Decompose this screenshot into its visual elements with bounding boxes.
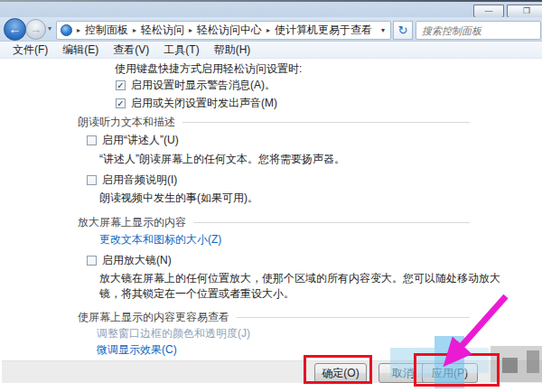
keyboard-shortcut-intro-label: 使用键盘快捷方式启用轻松访问设置时: <box>115 61 302 77</box>
search-box[interactable] <box>416 21 541 40</box>
watermark-block <box>502 358 518 373</box>
section-magnify-screen: 放大屏幕上显示的内容 <box>78 215 470 230</box>
breadcrumb-current-page[interactable]: 使计算机更易于查看 <box>272 23 375 38</box>
section-hear-text-read-aloud: 朗读听力文本和描述 <box>78 115 470 130</box>
section-divider <box>193 222 470 223</box>
checkbox-warning-message[interactable]: ✓ 启用设置时显示警告消息(A)。 <box>116 78 276 93</box>
menu-view[interactable]: 查看(V) <box>106 42 156 59</box>
search-input[interactable] <box>416 22 540 39</box>
checkbox-unchecked-icon <box>87 175 97 185</box>
section-title: 朗读听力文本和描述 <box>78 115 175 130</box>
section-make-things-easier-to-see: 使屏幕上显示的内容更容易查看 <box>78 310 470 325</box>
section-title: 使屏幕上显示的内容更容易查看 <box>78 310 229 325</box>
checkbox-label: 启用放大镜(N) <box>102 253 172 268</box>
minimize-button[interactable]: — <box>473 5 504 18</box>
checkbox-unchecked-icon <box>87 256 97 266</box>
checkbox-turn-on-audio-description[interactable]: 启用音频说明(I) <box>87 173 177 188</box>
change-text-icon-size-link[interactable]: 更改文本和图标的大小(Z) <box>99 232 221 247</box>
back-button[interactable]: ← <box>4 18 26 41</box>
section-divider <box>237 317 470 318</box>
maximize-button[interactable]: ❐ <box>507 5 542 18</box>
menu-bar: 文件(F) 编辑(E) 查看(V) 工具(T) 帮助(H) <box>0 42 542 59</box>
menu-tools[interactable]: 工具(T) <box>156 42 206 59</box>
annotation-highlight-ok <box>304 355 372 384</box>
menu-file[interactable]: 文件(F) <box>5 42 55 59</box>
breadcrumb-ease-of-access-center[interactable]: 轻松访问中心 <box>194 23 265 38</box>
menu-help[interactable]: 帮助(H) <box>207 42 258 59</box>
narrator-description: “讲述人”朗读屏幕上的任何文本。您将需要扬声器。 <box>99 152 345 167</box>
refresh-button[interactable]: ↻ <box>393 21 413 40</box>
checkbox-label: 启用设置时显示警告消息(A)。 <box>131 78 276 93</box>
breadcrumb-separator-icon: ▸ <box>187 26 194 34</box>
checkbox-checked-icon: ✓ <box>116 80 126 90</box>
watermark-block <box>527 350 539 373</box>
address-dropdown-icon[interactable]: ▾ <box>375 26 391 34</box>
section-title: 放大屏幕上显示的内容 <box>78 215 186 230</box>
forward-button[interactable]: → <box>25 19 46 40</box>
section-divider <box>182 122 470 123</box>
title-bar[interactable]: — ❐ <box>0 2 542 17</box>
checkbox-unchecked-icon <box>87 135 97 145</box>
breadcrumb-separator-icon: ▸ <box>75 26 82 34</box>
menu-edit[interactable]: 编辑(E) <box>55 42 106 59</box>
adjust-window-border-link[interactable]: 调整窗口边框的颜色和透明度(J) <box>97 326 250 341</box>
fine-tune-display-effects-link[interactable]: 微调显示效果(C) <box>97 342 177 358</box>
ease-of-access-icon <box>61 24 72 36</box>
address-bar[interactable]: ▸ 控制面板 ▸ 轻松访问 ▸ 轻松访问中心 ▸ 使计算机更易于查看 ▾ <box>56 21 391 40</box>
breadcrumb-control-panel[interactable]: 控制面板 <box>82 23 131 38</box>
checkbox-label: 启用音频说明(I) <box>102 173 177 188</box>
annotation-arrow <box>0 0 542 392</box>
breadcrumb-ease-of-access[interactable]: 轻松访问 <box>138 23 187 38</box>
checkbox-sound-on-toggle[interactable]: ✓ 启用或关闭设置时发出声音(M) <box>116 96 277 111</box>
breadcrumb-separator-icon: ▸ <box>265 26 272 34</box>
checkbox-label: 启用或关闭设置时发出声音(M) <box>131 96 277 111</box>
checkbox-turn-on-narrator[interactable]: 启用“讲述人”(U) <box>87 133 179 148</box>
annotation-highlight-apply <box>414 353 500 387</box>
ease-of-access-window: — ❐ ← → ▾ ▸ 控制面板 ▸ 轻松访问 ▸ 轻松访问中心 ▸ 使计算机更… <box>0 0 542 392</box>
checkbox-turn-on-magnifier[interactable]: 启用放大镜(N) <box>87 253 172 268</box>
recent-pages-dropdown-icon[interactable]: ▾ <box>48 24 51 33</box>
breadcrumb-separator-icon: ▸ <box>131 26 138 34</box>
checkbox-checked-icon: ✓ <box>116 98 126 108</box>
magnifier-description: 放大镜在屏幕上的任何位置放大，使那个区域的所有内容变大。您可以随处移动放大镜，将… <box>99 271 519 302</box>
audio-description-description: 朗读视频中发生的事(如果可用)。 <box>99 191 258 206</box>
checkbox-label: 启用“讲述人”(U) <box>102 133 179 148</box>
